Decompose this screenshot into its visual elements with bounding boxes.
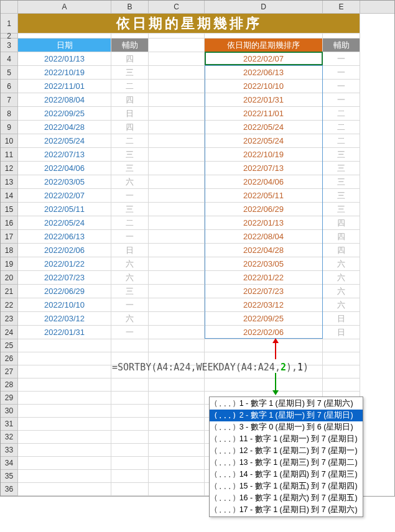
cell-date[interactable]: 2022/11/01 <box>18 80 111 93</box>
cell-helper-left[interactable]: 三 <box>111 285 149 298</box>
cell-blank[interactable] <box>111 483 149 496</box>
row-header-36[interactable]: 36 <box>1 483 18 496</box>
header-sorted[interactable]: 依日期的星期幾排序 <box>205 39 323 52</box>
cell-blank[interactable] <box>111 339 149 352</box>
cell-helper-left[interactable]: 二 <box>111 134 149 148</box>
row-header-16[interactable]: 16 <box>1 216 18 230</box>
cell-sorted-date[interactable]: 2022/07/23 <box>205 285 323 298</box>
cell-sorted-date[interactable]: 2022/06/13 <box>205 66 323 80</box>
tooltip-option[interactable]: (...)13 - 數字 1 (星期三) 到 7 (星期二) <box>210 457 363 469</box>
row-header-23[interactable]: 23 <box>1 312 18 326</box>
cell-blank[interactable] <box>18 378 111 392</box>
row-header-11[interactable]: 11 <box>1 148 18 162</box>
cell-sorted-date[interactable]: 2022/08/04 <box>205 230 323 244</box>
cell-sorted-date[interactable]: 2022/06/29 <box>205 203 323 216</box>
row-header-21[interactable]: 21 <box>1 285 18 298</box>
col-header-A[interactable]: A <box>18 1 111 13</box>
cell-helper-right[interactable]: 六 <box>323 285 360 298</box>
row-header-26[interactable]: 26 <box>1 352 18 365</box>
row-header-8[interactable]: 8 <box>1 107 18 121</box>
cell-date[interactable]: 2022/01/13 <box>18 52 111 66</box>
header-date[interactable]: 日期 <box>18 39 111 52</box>
cell-sorted-date[interactable]: 2022/10/10 <box>205 80 323 93</box>
row-header-30[interactable]: 30 <box>1 405 18 418</box>
cell-blank[interactable] <box>149 134 205 148</box>
tooltip-option[interactable]: (...)12 - 數字 1 (星期二) 到 7 (星期一) <box>210 445 363 457</box>
cell-helper-right[interactable]: 二 <box>323 134 360 148</box>
row-header-13[interactable]: 13 <box>1 175 18 189</box>
cell-blank[interactable] <box>149 298 205 312</box>
row-header-35[interactable]: 35 <box>1 470 18 483</box>
cell-helper-left[interactable]: 三 <box>111 66 149 80</box>
row-header-17[interactable]: 17 <box>1 230 18 244</box>
cell-helper-left[interactable]: 四 <box>111 52 149 66</box>
cell-helper-right[interactable]: 日 <box>323 326 360 339</box>
cell-blank[interactable] <box>149 34 205 39</box>
cell-blank[interactable] <box>149 230 205 244</box>
cell-blank[interactable] <box>323 34 360 39</box>
cell-date[interactable]: 2022/10/10 <box>18 298 111 312</box>
cell-blank[interactable] <box>149 257 205 271</box>
cell-blank[interactable] <box>149 189 205 203</box>
cell-date[interactable]: 2022/04/28 <box>18 121 111 134</box>
cell-helper-right[interactable]: 三 <box>323 148 360 162</box>
cell-sorted-date[interactable]: 2022/01/31 <box>205 93 323 107</box>
cell-date[interactable]: 2022/01/31 <box>18 326 111 339</box>
cell-blank[interactable] <box>323 339 360 352</box>
cell-blank[interactable] <box>111 34 149 39</box>
cell-blank[interactable] <box>149 326 205 339</box>
cell-date[interactable]: 2022/02/07 <box>18 189 111 203</box>
cell-blank[interactable] <box>149 405 205 418</box>
cell-blank[interactable] <box>18 405 111 418</box>
row-header-4[interactable]: 4 <box>1 52 18 66</box>
tooltip-option[interactable]: (...)1 - 數字 1 (星期日) 到 7 (星期六) <box>210 398 363 410</box>
cell-helper-left[interactable]: 二 <box>111 216 149 230</box>
cell-blank[interactable] <box>205 378 323 392</box>
row-header-18[interactable]: 18 <box>1 244 18 257</box>
row-header-15[interactable]: 15 <box>1 203 18 216</box>
cell-blank[interactable] <box>18 431 111 444</box>
cell-blank[interactable] <box>149 457 205 470</box>
cell-blank[interactable] <box>149 203 205 216</box>
cell-blank[interactable] <box>111 457 149 470</box>
cell-blank[interactable] <box>18 418 111 431</box>
cell-date[interactable]: 2022/01/22 <box>18 257 111 271</box>
cell-helper-right[interactable]: 六 <box>323 271 360 285</box>
cell-sorted-date[interactable]: 2022/04/06 <box>205 175 323 189</box>
cell-helper-right[interactable]: 三 <box>323 175 360 189</box>
cell-date[interactable]: 2022/03/05 <box>18 175 111 189</box>
col-header-E[interactable]: E <box>323 1 360 13</box>
cell-helper-right[interactable]: 二 <box>323 121 360 134</box>
cell-date[interactable]: 2022/09/25 <box>18 107 111 121</box>
row-header-31[interactable]: 31 <box>1 418 18 431</box>
cell-helper-right[interactable]: 三 <box>323 203 360 216</box>
cell-helper-left[interactable]: 三 <box>111 148 149 162</box>
cell-helper-right[interactable]: 二 <box>323 107 360 121</box>
cell-blank[interactable] <box>149 339 205 352</box>
cell-blank[interactable] <box>149 93 205 107</box>
col-header-C[interactable]: C <box>149 1 205 13</box>
header-helper-right[interactable]: 輔助 <box>323 39 360 52</box>
cell-date[interactable]: 2022/05/24 <box>18 134 111 148</box>
cell-blank[interactable] <box>149 431 205 444</box>
cell-helper-left[interactable]: 四 <box>111 93 149 107</box>
cell-sorted-date[interactable]: 2022/03/05 <box>205 257 323 271</box>
cell-date[interactable]: 2022/06/13 <box>18 230 111 244</box>
row-header-6[interactable]: 6 <box>1 80 18 93</box>
cell-sorted-date[interactable]: 2022/05/24 <box>205 121 323 134</box>
cell-blank[interactable] <box>149 148 205 162</box>
cell-sorted-date[interactable]: 2022/07/13 <box>205 162 323 175</box>
cell-helper-right[interactable]: 日 <box>323 312 360 326</box>
cell-sorted-date[interactable]: 2022/11/01 <box>205 107 323 121</box>
cell-blank[interactable] <box>111 392 149 405</box>
cell-sorted-date[interactable]: 2022/01/13 <box>205 216 323 230</box>
cell-blank[interactable] <box>149 285 205 298</box>
cell-helper-right[interactable]: 四 <box>323 230 360 244</box>
cell-date[interactable]: 2022/04/06 <box>18 162 111 175</box>
cell-helper-left[interactable]: 日 <box>111 244 149 257</box>
row-header-20[interactable]: 20 <box>1 271 18 285</box>
cell-date[interactable]: 2022/05/24 <box>18 216 111 230</box>
row-header-5[interactable]: 5 <box>1 66 18 80</box>
cell-blank[interactable] <box>18 457 111 470</box>
cell-blank[interactable] <box>149 312 205 326</box>
